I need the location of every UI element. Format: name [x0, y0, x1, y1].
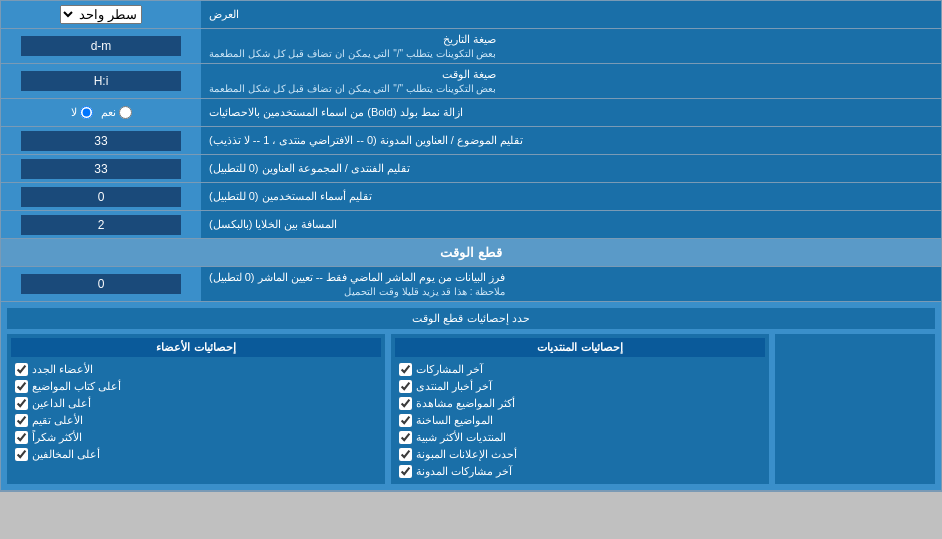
checkbox-forum-7[interactable]: [399, 465, 412, 478]
member-stats-header: إحصائيات الأعضاء: [11, 338, 381, 357]
bold-remove-radio-cell: نعم لا: [1, 99, 201, 126]
date-format-input[interactable]: [21, 36, 181, 56]
cb-member-4: الأعلى تقيم: [11, 412, 381, 429]
cb-forum-7: آخر مشاركات المدونة: [395, 463, 765, 480]
time-format-label: صيغة الوقت بعض التكوينات يتطلب "/" التي …: [201, 64, 941, 98]
cb-member-3: أعلى الداعين: [11, 395, 381, 412]
member-stats-col: إحصائيات الأعضاء الأعضاء الجدد أعلى كتاب…: [7, 334, 385, 484]
cb-member-2: أعلى كتاب المواضيع: [11, 378, 381, 395]
checkbox-member-3[interactable]: [15, 397, 28, 410]
date-format-label: صيغة التاريخ بعض التكوينات يتطلب "/" الت…: [201, 29, 941, 63]
forum-ordering-row: تقليم الفنتدى / المجموعة العناوين (0 للت…: [1, 155, 941, 183]
forum-stats-header: إحصائيات المنتديات: [395, 338, 765, 357]
topic-ordering-label: تقليم الموضوع / العناوين المدونة (0 -- ا…: [201, 127, 941, 154]
checkbox-forum-3[interactable]: [399, 397, 412, 410]
date-format-input-cell: [1, 29, 201, 63]
username-trim-label: تقليم أسماء المستخدمين (0 للتطبيل): [201, 183, 941, 210]
cutoff-section-header: قطع الوقت: [1, 239, 941, 267]
cb-forum-4: المواضيع الساخنة: [395, 412, 765, 429]
checkbox-forum-1[interactable]: [399, 363, 412, 376]
right-label-col: [775, 334, 935, 484]
cell-spacing-input-cell: [1, 211, 201, 238]
cb-forum-2: آخر أخبار المنتدى: [395, 378, 765, 395]
cell-spacing-row: المسافة بين الخلايا (بالبكسل): [1, 211, 941, 239]
display-label: العرض: [201, 1, 941, 28]
bold-remove-label: ازالة نمط بولد (Bold) من اسماء المستخدمي…: [201, 99, 941, 126]
cutoff-label: فرز البيانات من يوم الماشر الماضي فقط --…: [201, 267, 941, 301]
date-format-row: صيغة التاريخ بعض التكوينات يتطلب "/" الت…: [1, 29, 941, 64]
cutoff-input[interactable]: [21, 274, 181, 294]
cb-member-1: الأعضاء الجدد: [11, 361, 381, 378]
checkboxes-grid: إحصائيات المنتديات آخر المشاركات آخر أخب…: [7, 334, 935, 484]
radio-yes-label[interactable]: نعم: [101, 106, 132, 119]
checkbox-member-5[interactable]: [15, 431, 28, 444]
checkboxes-title: حدد إحصائيات قطع الوقت: [7, 308, 935, 329]
cb-member-5: الأكثر شكراً: [11, 429, 381, 446]
cb-forum-1: آخر المشاركات: [395, 361, 765, 378]
cb-forum-6: أحدث الإعلانات المبونة: [395, 446, 765, 463]
display-dropdown[interactable]: سطر واحد سطرين ثلاثة أسطر: [60, 5, 142, 24]
cell-spacing-label: المسافة بين الخلايا (بالبكسل): [201, 211, 941, 238]
topic-ordering-input[interactable]: [21, 131, 181, 151]
checkbox-member-2[interactable]: [15, 380, 28, 393]
radio-yes[interactable]: [119, 106, 132, 119]
checkbox-forum-5[interactable]: [399, 431, 412, 444]
username-trim-row: تقليم أسماء المستخدمين (0 للتطبيل): [1, 183, 941, 211]
checkbox-forum-4[interactable]: [399, 414, 412, 427]
dropdown-cell: سطر واحد سطرين ثلاثة أسطر: [1, 1, 201, 28]
header-row: العرض سطر واحد سطرين ثلاثة أسطر: [1, 1, 941, 29]
cutoff-row: فرز البيانات من يوم الماشر الماضي فقط --…: [1, 267, 941, 302]
cb-forum-3: أكثر المواضيع مشاهدة: [395, 395, 765, 412]
topic-ordering-row: تقليم الموضوع / العناوين المدونة (0 -- ا…: [1, 127, 941, 155]
cell-spacing-input[interactable]: [21, 215, 181, 235]
cb-forum-5: المنتديات الأكثر شبية: [395, 429, 765, 446]
checkboxes-container: حدد إحصائيات قطع الوقت إحصائيات المنتديا…: [1, 302, 941, 491]
time-format-input-cell: [1, 64, 201, 98]
cb-member-6: أعلى المخالفين: [11, 446, 381, 463]
forum-stats-col: إحصائيات المنتديات آخر المشاركات آخر أخب…: [391, 334, 769, 484]
checkbox-member-6[interactable]: [15, 448, 28, 461]
radio-no-label[interactable]: لا: [71, 106, 93, 119]
checkbox-member-1[interactable]: [15, 363, 28, 376]
checkbox-forum-2[interactable]: [399, 380, 412, 393]
forum-ordering-label: تقليم الفنتدى / المجموعة العناوين (0 للت…: [201, 155, 941, 182]
checkbox-forum-6[interactable]: [399, 448, 412, 461]
checkbox-member-4[interactable]: [15, 414, 28, 427]
bold-remove-row: ازالة نمط بولد (Bold) من اسماء المستخدمي…: [1, 99, 941, 127]
topic-ordering-input-cell: [1, 127, 201, 154]
main-container: العرض سطر واحد سطرين ثلاثة أسطر صيغة الت…: [0, 0, 942, 492]
cutoff-input-cell: [1, 267, 201, 301]
time-format-row: صيغة الوقت بعض التكوينات يتطلب "/" التي …: [1, 64, 941, 99]
username-trim-input[interactable]: [21, 187, 181, 207]
forum-ordering-input[interactable]: [21, 159, 181, 179]
username-trim-input-cell: [1, 183, 201, 210]
radio-no[interactable]: [80, 106, 93, 119]
forum-ordering-input-cell: [1, 155, 201, 182]
time-format-input[interactable]: [21, 71, 181, 91]
